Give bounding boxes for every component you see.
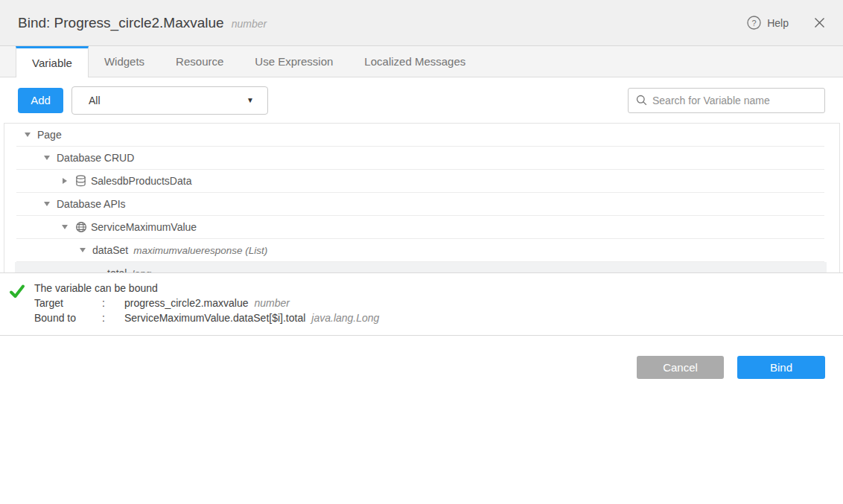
- tab-variable[interactable]: Variable: [16, 46, 89, 77]
- title-group: Bind: Progress_circle2.Maxvalue number: [18, 15, 267, 31]
- svg-text:?: ?: [752, 19, 757, 28]
- tree-node-label: Database CRUD: [57, 152, 134, 164]
- page-title: Bind: Progress_circle2.Maxvalue: [18, 15, 224, 31]
- bound-type: java.lang.Long: [311, 310, 379, 325]
- dialog-footer: Cancel Bind: [0, 336, 843, 504]
- header-actions: ? Help: [747, 16, 825, 30]
- status-message: The variable can be bound: [34, 281, 379, 296]
- tree-row-database-apis[interactable]: Database APIs: [16, 193, 824, 216]
- tree-node-label: Database APIs: [57, 198, 126, 210]
- tab-widgets[interactable]: Widgets: [89, 46, 160, 77]
- status-lines: The variable can be bound Target : progr…: [34, 281, 379, 335]
- target-label: Target: [34, 296, 102, 310]
- target-value: progress_circle2.maxvalue: [124, 296, 249, 310]
- search-icon: [636, 95, 647, 106]
- tree-node-label: Page: [37, 129, 62, 141]
- help-icon: ?: [747, 16, 761, 30]
- help-button[interactable]: ? Help: [747, 16, 789, 30]
- collapse-caret-icon[interactable]: [22, 133, 33, 137]
- filter-dropdown[interactable]: All ▼: [71, 86, 268, 115]
- success-check-icon: [9, 283, 25, 299]
- tab-resource[interactable]: Resource: [160, 46, 239, 77]
- tab-use-expression[interactable]: Use Expression: [239, 46, 349, 77]
- search-box: [628, 88, 825, 113]
- target-separator: :: [102, 296, 124, 310]
- caret-down-icon: [80, 248, 86, 252]
- collapse-caret-icon[interactable]: [77, 248, 88, 252]
- caret-down-icon: [25, 133, 31, 137]
- tree-node-label: SalesdbProductsData: [91, 175, 191, 187]
- target-type: number: [255, 296, 290, 310]
- caret-right-icon: [63, 178, 67, 184]
- tab-localized-messages[interactable]: Localized Messages: [349, 46, 481, 77]
- bind-button[interactable]: Bind: [737, 356, 825, 379]
- bound-to-label: Bound to: [34, 310, 102, 325]
- tree-row-total[interactable]: totallong: [15, 262, 827, 272]
- collapse-caret-icon[interactable]: [42, 156, 52, 160]
- caret-down-icon: [44, 156, 50, 160]
- bind-dialog: Bind: Progress_circle2.Maxvalue number ?…: [0, 0, 843, 504]
- expand-caret-icon[interactable]: [60, 178, 70, 184]
- database-icon: [74, 175, 87, 188]
- add-button[interactable]: Add: [18, 88, 63, 113]
- tree-node-label: ServiceMaximumValue: [91, 221, 197, 233]
- tree-row-servicemaximumvalue[interactable]: ServiceMaximumValue: [16, 216, 824, 239]
- caret-down-icon: [44, 202, 50, 206]
- tree-row-page[interactable]: Page: [16, 124, 824, 147]
- caret-down-icon: [62, 225, 68, 229]
- tab-bar: VariableWidgetsResourceUse ExpressionLoc…: [0, 46, 843, 77]
- bound-separator: :: [102, 310, 124, 325]
- dialog-titlebar: Bind: Progress_circle2.Maxvalue number ?…: [0, 0, 843, 46]
- filter-selected-value: All: [89, 95, 101, 106]
- webservice-globe-icon: [74, 221, 87, 234]
- tree-row-dataset[interactable]: dataSetmaximumvalueresponse (List): [16, 239, 824, 262]
- close-button[interactable]: [814, 17, 825, 28]
- chevron-down-icon: ▼: [246, 96, 254, 104]
- tree-node-type: maximumvalueresponse (List): [133, 245, 267, 256]
- collapse-caret-icon[interactable]: [42, 202, 52, 206]
- status-bound-row: Bound to : ServiceMaximumValue.dataSet[$…: [34, 310, 379, 325]
- search-input[interactable]: [652, 95, 817, 106]
- cancel-button[interactable]: Cancel: [637, 356, 724, 379]
- tree-node-label: dataSet: [92, 244, 128, 256]
- title-type-label: number: [232, 18, 267, 30]
- help-label: Help: [767, 17, 789, 29]
- tree-row-database-crud[interactable]: Database CRUD: [16, 147, 824, 170]
- collapse-caret-icon[interactable]: [60, 225, 70, 229]
- toolbar: Add All ▼: [0, 77, 843, 123]
- bound-value: ServiceMaximumValue.dataSet[$i].total: [124, 310, 305, 325]
- close-icon: [814, 17, 825, 28]
- tree-row-salesdbproductsdata[interactable]: SalesdbProductsData: [16, 170, 824, 193]
- binding-status: The variable can be bound Target : progr…: [0, 273, 843, 335]
- status-target-row: Target : progress_circle2.maxvalue numbe…: [34, 296, 379, 310]
- variable-tree: PageDatabase CRUDSalesdbProductsDataData…: [4, 123, 840, 272]
